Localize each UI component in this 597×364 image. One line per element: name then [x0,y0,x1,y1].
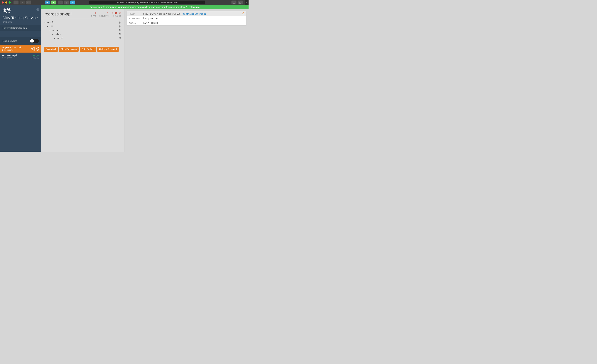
tree-node[interactable]: ▼result [41,21,124,24]
tree-node[interactable]: ▶value [41,36,124,40]
stat-block: 1DIFFS [91,12,96,17]
exclude-noise-label: Exclude Noise [2,40,17,42]
expand-all-button[interactable]: Expand All [44,47,58,52]
diff-actual-row: ACTUAL HAPPY-TESTER [127,21,246,25]
service-title: Diffy Testing Service [0,15,41,21]
expected-label: EXPECTED [129,17,143,20]
field-path: result/200/values/value/value/PrimitiveD… [143,13,242,15]
ext-icon-3[interactable]: ☺ [71,0,75,4]
svg-point-6 [119,22,120,23]
tree-label: 200 [49,25,53,28]
sidebar-endpoint-item[interactable]: success-api 1 Requests 0.0% FAILING [0,53,41,60]
endpoint-title: regression-api [44,12,71,16]
share-button[interactable] [231,0,236,4]
back-button[interactable]: ‹ [14,0,18,4]
tree-node[interactable]: ▼values [41,28,124,32]
target-icon[interactable] [118,25,121,28]
logo: diffy [2,7,39,13]
stat-label: REQUESTS [99,15,109,17]
svg-point-12 [119,34,120,35]
endpoint-fail: FAILING [32,57,39,59]
chevron-icon: ▼ [44,21,46,24]
ext-icon-pocket[interactable]: ⌄ [58,0,63,4]
window-zoom[interactable] [8,1,11,4]
diff-card: FIELD result/200/values/value/value/Prim… [126,11,246,26]
endpoint-name: regression-api [2,46,21,49]
stat-label: % FAILING [112,15,121,17]
banner-text: Do you want to organize all your compari… [90,6,191,8]
separator [44,44,121,44]
diff-panel: FIELD result/200/values/value/value/Prim… [125,9,249,152]
stat-value: 100.00 [112,12,121,15]
reload-icon[interactable]: ⟳ [202,1,204,4]
new-tab-button[interactable]: + [245,0,249,5]
svg-rect-4 [240,2,241,3]
exclude-noise-toggle[interactable] [30,39,39,43]
endpoint-pct: 100.0% [30,46,39,49]
svg-point-10 [119,30,120,31]
diff-expected-row: EXPECTED happy-tester [127,16,246,21]
chevron-icon: ▼ [52,33,54,36]
tree-label: values [52,29,60,32]
last-reset-label: Last reset [2,27,12,29]
clear-exclusions-button[interactable]: Clear Exclusions [59,47,79,52]
svg-point-14 [119,38,120,38]
svg-rect-1 [28,2,28,3]
tree-label: value [57,37,63,40]
field-label: FIELD [129,13,143,15]
chevron-icon: ▼ [47,25,49,28]
promo-banner: Do you want to organize all your compari… [41,5,249,9]
endpoint-requests: 1 Requests [2,49,21,51]
url-bar[interactable]: localhost:3000/#/ep/regression-api/resul… [89,0,205,4]
target-icon[interactable] [118,21,121,24]
ext-icon-2[interactable]: ● [51,0,56,4]
collapse-excluded-button[interactable]: Collapse Excluded [97,47,119,52]
endpoint-list: regression-api 1 Requests 100.0% FAILING… [0,45,41,60]
chevron-icon: ▼ [49,29,51,32]
window-close[interactable] [2,1,4,4]
ext-icon-1[interactable]: ◑ [45,0,50,4]
target-icon[interactable] [118,29,121,32]
tree-panel: regression-api 1DIFFS1REQUESTS100.00% FA… [41,9,125,152]
stat-block: 1REQUESTS [99,12,109,17]
last-reset-value: 8 minutes ago [12,27,27,29]
last-reset: Last reset 8 minutes ago [0,25,41,31]
sidebar-toggle[interactable] [26,0,31,4]
endpoint-fail: FAILING [30,49,39,51]
open-external-icon[interactable] [242,12,244,15]
expected-value: happy-tester [143,17,244,20]
stat-label: DIFFS [91,15,96,17]
auto-exclude-button[interactable]: Auto Exclude [80,47,96,52]
url-text: localhost:3000/#/ep/regression-api/resul… [117,1,178,4]
target-icon[interactable] [118,37,121,39]
stat-value: 1 [99,12,109,15]
tree-node[interactable]: ▼value [41,32,124,36]
chevron-icon: ▶ [55,37,56,40]
service-subtitle: unknown [0,21,41,25]
svg-rect-3 [239,2,241,3]
endpoint-requests: 1 Requests [2,57,17,59]
diff-field-row: FIELD result/200/values/value/value/Prim… [127,11,246,16]
stat-block: 100.00% FAILING [112,12,121,17]
exclude-noise-row: Exclude Noise [0,37,41,45]
actual-label: ACTUAL [129,22,143,24]
banner-suffix: ! [199,6,200,8]
tabs-button[interactable] [238,0,243,4]
gear-icon[interactable]: ⚙ [36,8,39,12]
sidebar-endpoint-item[interactable]: regression-api 1 Requests 100.0% FAILING [0,45,41,53]
browser-chrome: ‹ › ◑ ● ⌄ ◐ ☺ localhost:3000/#/ep/regres… [0,0,249,5]
traffic-lights [2,1,11,4]
svg-point-8 [119,26,120,27]
endpoint-name: success-api [2,54,17,57]
tree-node[interactable]: ▼200 [41,24,124,28]
endpoint-stats: 1DIFFS1REQUESTS100.00% FAILING [91,12,121,17]
tree-label: result [47,21,55,24]
banner-link[interactable]: Isotope [191,6,199,8]
stat-value: 1 [91,12,96,15]
target-icon[interactable] [118,33,121,36]
forward-button[interactable]: › [20,0,25,4]
sidebar: diffy ⚙ Diffy Testing Service unknown La… [0,5,41,152]
ext-icon-shield[interactable]: ◐ [64,0,69,4]
window-minimize[interactable] [5,1,7,4]
actual-value: HAPPY-TESTER [143,22,244,24]
